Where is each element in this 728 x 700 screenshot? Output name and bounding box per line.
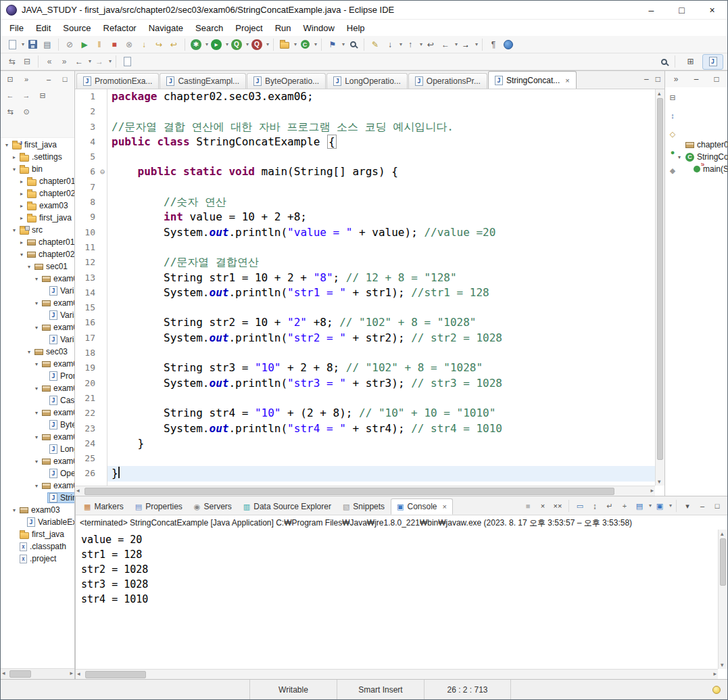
- tree-item-content[interactable]: chapter01: [25, 237, 74, 248]
- expand-arrow-icon[interactable]: ▸: [18, 239, 25, 246]
- tree-item-content[interactable]: exam03: [40, 407, 74, 418]
- code-text[interactable]: //문자열 결합 연산에 대한 자바 프로그램 소스 코딩 예시입니다.: [107, 120, 655, 135]
- scroll-down-icon[interactable]: ▾: [658, 478, 661, 485]
- open-task-button[interactable]: ⚑: [326, 37, 339, 52]
- tree-item-content[interactable]: exam02: [40, 383, 74, 394]
- expand-arrow-icon[interactable]: ▸: [18, 179, 25, 185]
- tree-item[interactable]: VariableExample.java: [1, 309, 74, 321]
- line-number[interactable]: 6: [75, 164, 98, 179]
- tree-item[interactable]: ByteOperationExample.java: [1, 419, 74, 431]
- view-tab-snippets[interactable]: ▧Snippets: [337, 498, 390, 515]
- editor-tab[interactable]: OperationsPr...: [408, 73, 487, 89]
- maximize-button[interactable]: □: [666, 1, 697, 19]
- expand-arrow-icon[interactable]: ▾: [33, 276, 40, 282]
- fold-marker-icon[interactable]: ⊖: [98, 164, 107, 179]
- back-button[interactable]: ←: [439, 37, 452, 52]
- tree-item-content[interactable]: CastingExample.java: [47, 395, 74, 406]
- tree-item-content[interactable]: bin: [18, 164, 45, 174]
- expand-arrow-icon[interactable]: ▾: [11, 166, 18, 172]
- tree-item[interactable]: ▾first_java: [1, 139, 74, 151]
- expand-arrow-icon[interactable]: ▾: [33, 300, 40, 306]
- tree-item[interactable]: ▾sec01: [1, 260, 74, 273]
- expand-arrow-icon[interactable]: ▾: [3, 142, 10, 148]
- expand-arrow-icon[interactable]: ▸: [18, 203, 25, 209]
- open-web-browser-button[interactable]: [502, 37, 515, 52]
- outline-item[interactable]: ▾StringConcatExample: [676, 151, 727, 163]
- line-number[interactable]: 18: [75, 346, 98, 360]
- tree-item[interactable]: ▾exam06: [1, 480, 74, 492]
- mark-occurrences-button[interactable]: ✎: [368, 37, 382, 52]
- code-text[interactable]: [107, 149, 655, 164]
- code-text[interactable]: //숫자 연산: [107, 195, 655, 210]
- scroll-down-icon[interactable]: ▾: [721, 661, 724, 668]
- tree-item-content[interactable]: .settings: [18, 151, 64, 162]
- expand-arrow-icon[interactable]: ▾: [33, 410, 40, 416]
- last-edit-location-button[interactable]: ↩: [424, 37, 437, 52]
- save-button[interactable]: [26, 37, 39, 52]
- scroll-left-icon[interactable]: ◂: [2, 670, 5, 676]
- focus-view-button[interactable]: ⊙: [20, 104, 33, 119]
- maximize-view-button[interactable]: □: [58, 72, 72, 87]
- menu-file[interactable]: File: [3, 21, 30, 35]
- sort-button[interactable]: ↕: [666, 108, 679, 123]
- tree-item[interactable]: ▾exam01: [1, 273, 74, 285]
- tree-item-content[interactable]: exam04: [40, 431, 74, 442]
- tree-item-content[interactable]: exam02: [40, 298, 74, 308]
- scrollbar-thumb[interactable]: [720, 538, 726, 586]
- line-number[interactable]: 12: [75, 255, 98, 270]
- code-text[interactable]: [107, 104, 655, 119]
- line-number[interactable]: 2: [75, 104, 98, 119]
- console-vscrollbar[interactable]: ▴ ▾: [718, 530, 727, 669]
- line-number[interactable]: 22: [75, 406, 98, 421]
- new-java-class-button[interactable]: [298, 37, 312, 52]
- package-explorer-hscrollbar[interactable]: ◂ ▸: [1, 668, 74, 679]
- expand-arrow-icon[interactable]: ▾: [11, 507, 18, 513]
- code-text[interactable]: package chapter02.sec03.exam06;: [107, 89, 655, 104]
- display-selected-console-button[interactable]: ▤: [633, 498, 646, 513]
- tree-item[interactable]: ▸exam03: [1, 200, 74, 212]
- editor-tab[interactable]: LongOperatio...: [326, 73, 408, 89]
- view-menu-button[interactable]: »: [669, 72, 683, 87]
- close-button[interactable]: ×: [697, 1, 727, 19]
- tree-item[interactable]: ▸.settings: [1, 151, 74, 163]
- java-perspective-button[interactable]: [702, 54, 723, 70]
- resume-button[interactable]: ▶: [78, 37, 91, 52]
- tree-item[interactable]: LongOperationExample.java: [1, 443, 74, 455]
- code-text[interactable]: System.out.println("str1 = " + str1); //…: [107, 285, 655, 300]
- code-text[interactable]: [107, 180, 655, 195]
- expand-arrow-icon[interactable]: ▾: [33, 325, 40, 331]
- code-text[interactable]: }: [107, 466, 655, 481]
- next-annotation-button[interactable]: ↓: [383, 37, 397, 52]
- expand-arrow-icon[interactable]: ▾: [26, 349, 32, 355]
- tree-item-content[interactable]: exam01: [40, 273, 74, 284]
- scroll-up-icon[interactable]: ▴: [721, 530, 724, 537]
- forward-history-button[interactable]: →: [93, 54, 106, 69]
- code-text[interactable]: //문자열 결합연산: [107, 255, 655, 270]
- scrollbar-thumb[interactable]: [85, 671, 146, 678]
- tree-item[interactable]: ▾exam03: [1, 321, 74, 333]
- menu-window[interactable]: Window: [297, 21, 341, 35]
- expand-arrow-icon[interactable]: ▸: [18, 191, 25, 197]
- debug-button[interactable]: ✱: [189, 37, 203, 52]
- tree-item[interactable]: ▾sec03: [1, 346, 74, 358]
- menu-search[interactable]: Search: [189, 21, 229, 35]
- tree-item-content[interactable]: first_java: [18, 529, 66, 540]
- step-into-button[interactable]: ↓: [137, 37, 151, 52]
- menu-refactor[interactable]: Refactor: [97, 21, 143, 35]
- code-text[interactable]: [107, 346, 655, 360]
- tree-item-content[interactable]: src: [18, 225, 45, 235]
- remove-launch-button[interactable]: ×: [536, 498, 550, 513]
- line-number[interactable]: 14: [75, 285, 98, 300]
- tree-item-content[interactable]: VariableExample.java: [47, 310, 74, 321]
- forward-button[interactable]: →: [459, 37, 472, 52]
- line-number[interactable]: 26: [75, 466, 98, 481]
- line-number[interactable]: 7: [75, 180, 98, 195]
- tips-bulb[interactable]: [712, 686, 721, 694]
- tree-item-content[interactable]: exam03: [25, 200, 70, 211]
- maximize-editor-button[interactable]: □: [656, 74, 660, 84]
- step-over-button[interactable]: ↪: [152, 37, 166, 52]
- search-button[interactable]: [346, 37, 360, 52]
- view-tab-servers[interactable]: ◉Servers: [189, 498, 237, 515]
- outline-item[interactable]: chapter02.sec03.exam06: [676, 139, 727, 151]
- line-number[interactable]: 5: [75, 149, 98, 164]
